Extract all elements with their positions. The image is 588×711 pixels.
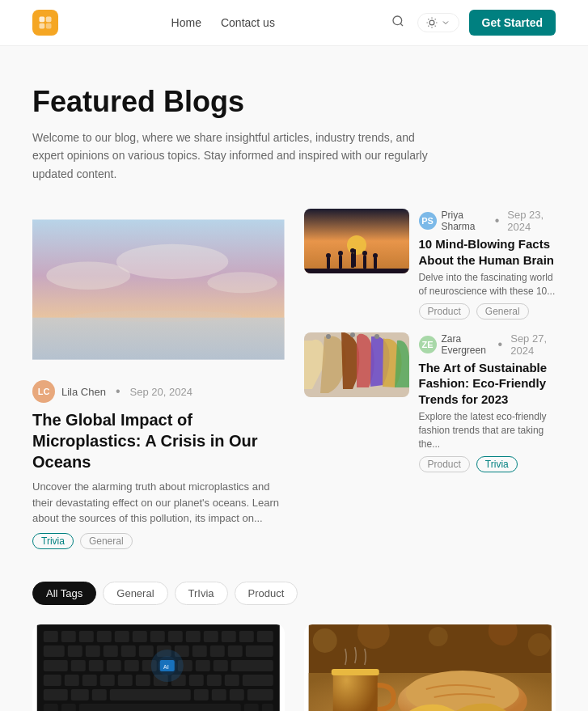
svg-rect-0	[40, 17, 45, 23]
svg-point-20	[74, 311, 243, 322]
filter-trivia[interactable]: TrIvia	[175, 582, 228, 605]
logo[interactable]	[32, 10, 58, 36]
tag-general[interactable]: General	[80, 533, 133, 549]
tag-trivia[interactable]: Trivia	[32, 533, 74, 549]
svg-rect-89	[44, 689, 68, 700]
small-card-2-title: The Art of Sustainable Fashion: Eco-Frie…	[419, 360, 556, 408]
big-card-tags: Trivia General	[32, 533, 285, 549]
author-avatar: PS	[419, 212, 437, 230]
big-card-image	[32, 209, 285, 370]
svg-line-10	[434, 26, 435, 27]
svg-rect-62	[210, 645, 225, 657]
tags-filter: All Tags General TrIvia Product	[0, 582, 588, 624]
small-card-1: PS Priya Sharma • Sep 23, 2024 10 Mind-B…	[304, 209, 556, 320]
author-date: Sep 23, 2024	[507, 209, 556, 233]
svg-line-14	[434, 19, 435, 19]
blog-card-1: AI	[32, 624, 285, 711]
author-name: Priya Sharma	[442, 209, 487, 232]
hero-subtitle: Welcome to our blog, where we share insi…	[32, 129, 437, 183]
theme-toggle[interactable]	[417, 13, 459, 32]
avatar-initials: LC	[32, 380, 55, 403]
svg-rect-85	[189, 675, 204, 686]
blog-grid: AI	[0, 624, 588, 711]
svg-rect-90	[71, 689, 89, 700]
svg-rect-99	[79, 704, 241, 711]
filter-all-tags[interactable]: All Tags	[32, 582, 96, 605]
big-card-author: LC Lila Chen • Sep 20, 2024	[32, 380, 285, 403]
svg-point-17	[46, 262, 130, 290]
author-date: Sep 20, 2024	[130, 386, 192, 398]
svg-rect-81	[118, 675, 133, 686]
svg-point-111	[527, 633, 550, 656]
tag-product[interactable]: Product	[419, 456, 470, 472]
featured-big-card: LC Lila Chen • Sep 20, 2024 The Global I…	[32, 209, 285, 549]
small-card-2-description: Explore the latest eco-friendly fashion …	[419, 410, 556, 451]
author-name: Zara Evergreen	[442, 333, 490, 356]
svg-rect-1	[46, 17, 52, 23]
blog-card-2: Trivia Product Mastering the Art of Sour…	[304, 624, 556, 711]
svg-line-9	[428, 19, 429, 19]
svg-rect-34	[304, 269, 409, 273]
svg-point-30	[362, 251, 367, 256]
svg-rect-46	[150, 631, 165, 642]
svg-rect-80	[100, 675, 115, 686]
svg-rect-52	[257, 631, 273, 642]
svg-rect-66	[71, 660, 86, 671]
small-card-2-info: ZE Zara Evergreen • Sep 27, 2024 The Art…	[419, 332, 556, 472]
svg-point-25	[338, 251, 343, 256]
filter-product[interactable]: Product	[235, 582, 298, 605]
blog-card-1-image: AI	[32, 624, 285, 711]
svg-rect-61	[192, 645, 207, 657]
page-title: Featured Blogs	[32, 85, 556, 119]
svg-rect-113	[331, 669, 379, 675]
blog-card-2-image	[304, 624, 556, 711]
svg-line-13	[428, 26, 429, 27]
svg-rect-56	[104, 645, 118, 657]
svg-rect-28	[351, 253, 354, 268]
search-button[interactable]	[388, 11, 408, 34]
nav-links: Home Contact us	[171, 16, 275, 29]
svg-rect-88	[243, 675, 273, 686]
svg-rect-3	[46, 23, 52, 29]
nav-contact[interactable]: Contact us	[221, 16, 275, 29]
svg-rect-96	[247, 689, 273, 700]
svg-rect-53	[44, 645, 65, 657]
svg-rect-94	[212, 689, 226, 700]
svg-rect-33	[374, 257, 377, 269]
tag-product[interactable]: Product	[419, 303, 470, 320]
nav-home[interactable]: Home	[171, 16, 201, 29]
hero-section: Featured Blogs Welcome to our blog, wher…	[0, 46, 588, 209]
svg-rect-93	[194, 689, 209, 700]
svg-rect-69	[125, 660, 139, 671]
svg-point-6	[429, 20, 434, 25]
svg-rect-26	[339, 256, 342, 269]
svg-rect-48	[186, 631, 201, 642]
svg-rect-51	[239, 631, 254, 642]
svg-rect-58	[139, 645, 154, 657]
svg-rect-41	[61, 631, 76, 642]
svg-rect-45	[133, 631, 147, 642]
svg-rect-31	[363, 256, 366, 269]
svg-rect-54	[68, 645, 82, 657]
svg-rect-74	[196, 660, 210, 671]
small-card-2: ZE Zara Evergreen • Sep 27, 2024 The Art…	[304, 332, 556, 472]
get-started-button[interactable]: Get Started	[469, 10, 556, 36]
small-card-1-image	[304, 209, 409, 273]
svg-point-107	[312, 628, 336, 653]
filter-general[interactable]: General	[103, 582, 167, 605]
author-avatar: ZE	[419, 336, 437, 353]
small-card-1-description: Delve into the fascinating world of neur…	[419, 271, 556, 298]
svg-rect-16	[32, 318, 285, 360]
svg-rect-95	[230, 689, 244, 700]
svg-point-19	[207, 273, 277, 294]
svg-rect-91	[92, 689, 107, 700]
svg-rect-57	[121, 645, 136, 657]
svg-point-109	[428, 627, 447, 646]
tag-general[interactable]: General	[476, 303, 529, 320]
svg-point-103	[158, 656, 177, 675]
tag-trivia[interactable]: Trivia	[476, 456, 518, 472]
svg-rect-68	[107, 660, 121, 671]
svg-rect-101	[262, 704, 273, 711]
svg-rect-78	[65, 675, 79, 686]
author-date: Sep 27, 2024	[510, 332, 556, 357]
